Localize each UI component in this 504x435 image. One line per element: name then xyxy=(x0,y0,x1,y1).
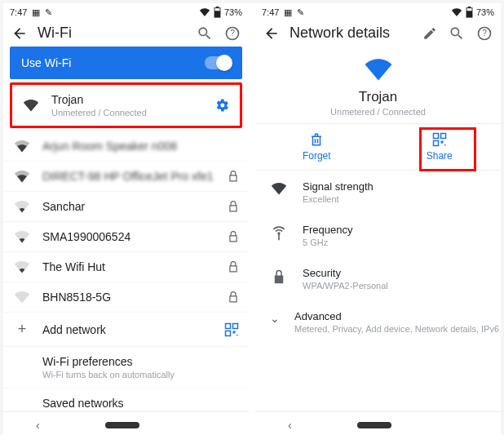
highlight-share-button xyxy=(419,127,476,171)
wifi-status-icon xyxy=(451,8,462,16)
nav-home-pill[interactable] xyxy=(105,422,139,428)
battery-text: 73% xyxy=(476,7,494,17)
advanced-label: Advanced xyxy=(294,310,501,322)
wifi-network-list: Trojan Unmetered / Connected Arjun Room … xyxy=(3,79,249,411)
prefs-sub: Wi-Fi turns back on automatically xyxy=(42,370,239,380)
frequency-label: Frequency xyxy=(303,224,352,236)
nav-back-icon[interactable]: ‹ xyxy=(36,419,40,432)
svg-rect-7 xyxy=(226,331,231,335)
wifi-network-item[interactable]: BHN8518-5G xyxy=(3,282,249,313)
wifi-signal-icon xyxy=(13,200,31,213)
svg-rect-6 xyxy=(233,323,238,328)
help-icon[interactable]: ? xyxy=(224,25,241,42)
add-network-button[interactable]: + Add network xyxy=(3,313,249,347)
wifi-signal-icon xyxy=(22,99,40,112)
svg-rect-8 xyxy=(233,331,236,333)
saved-networks-label: Saved networks xyxy=(42,397,239,410)
wifi-signal-icon xyxy=(13,170,31,183)
page-title: Network details xyxy=(290,24,413,42)
phone-wifi-list: 7:47 ▦ ✎ 73% Wi-Fi xyxy=(3,3,249,435)
prefs-title: Wi-Fi preferences xyxy=(42,355,239,368)
svg-rect-1 xyxy=(214,11,220,17)
help-icon[interactable]: ? xyxy=(476,25,493,42)
nav-bar: ‹ xyxy=(3,411,249,435)
network-name: Trojan xyxy=(51,93,202,106)
nav-back-icon[interactable]: ‹ xyxy=(288,419,292,432)
network-name: BHN8518-5G xyxy=(42,291,216,304)
network-status: Unmetered / Connected xyxy=(255,107,501,117)
frequency-row: Frequency 5 GHz xyxy=(255,214,501,257)
wifi-network-item[interactable]: SMA1990006524 xyxy=(3,222,249,252)
status-time: 7:47 xyxy=(262,7,279,17)
search-icon[interactable] xyxy=(449,25,465,42)
network-actions: Forget Share xyxy=(255,123,501,171)
lock-icon xyxy=(228,260,239,273)
pen-icon: ✎ xyxy=(297,7,304,18)
photo-icon: ▦ xyxy=(32,7,40,18)
wifi-signal-icon xyxy=(270,180,288,195)
security-label: Security xyxy=(303,267,388,279)
network-name: Sanchar xyxy=(42,200,216,213)
plus-icon: + xyxy=(13,321,31,338)
wifi-network-item[interactable]: Sanchar xyxy=(3,192,249,222)
security-value: WPA/WPA2-Personal xyxy=(303,281,388,291)
wifi-network-item[interactable]: Arjun Room Speaker n008 xyxy=(3,131,249,162)
saved-networks[interactable]: Saved networks xyxy=(3,388,249,411)
svg-rect-9 xyxy=(237,335,238,336)
network-details-list: Signal strength Excellent Frequency 5 GH… xyxy=(255,171,501,411)
network-status: Unmetered / Connected xyxy=(51,108,202,118)
lock-icon xyxy=(270,267,288,285)
wifi-status-icon xyxy=(199,8,210,16)
back-icon[interactable] xyxy=(11,25,28,42)
status-bar: 7:47 ▦ ✎ 73% xyxy=(3,3,249,20)
forget-button[interactable]: Forget xyxy=(255,132,378,162)
wifi-network-item[interactable]: DIRECT-98 HP OfficeJet Pro xfe1 xyxy=(3,162,249,192)
wifi-signal-icon xyxy=(13,291,31,304)
signal-label: Signal strength xyxy=(303,180,374,193)
wifi-network-item[interactable]: The Wifi Hut xyxy=(3,252,249,282)
battery-icon xyxy=(214,7,221,18)
gear-icon[interactable] xyxy=(214,97,230,113)
lock-icon xyxy=(228,291,239,304)
svg-rect-5 xyxy=(226,323,231,328)
back-icon[interactable] xyxy=(263,25,280,42)
wifi-large-icon xyxy=(364,58,393,81)
phone-network-details: 7:47 ▦ ✎ 73% Network details xyxy=(255,3,501,435)
status-bar: 7:47 ▦ ✎ 73% xyxy=(255,3,501,20)
wifi-signal-icon xyxy=(13,140,31,153)
highlight-connected-network: Trojan Unmetered / Connected xyxy=(10,82,242,128)
svg-rect-12 xyxy=(468,7,471,8)
app-bar: Wi-Fi ? xyxy=(3,20,249,47)
page-title: Wi-Fi xyxy=(38,24,187,42)
network-name: DIRECT-98 HP OfficeJet Pro xfe1 xyxy=(42,170,216,183)
pen-icon: ✎ xyxy=(45,7,52,18)
svg-point-20 xyxy=(277,232,280,234)
svg-text:?: ? xyxy=(482,29,487,38)
toggle-switch[interactable] xyxy=(205,56,231,69)
advanced-row[interactable]: ⌄ Advanced Metered, Privacy, Add device,… xyxy=(255,300,501,344)
search-icon[interactable] xyxy=(197,25,213,42)
svg-rect-2 xyxy=(216,7,219,8)
use-wifi-toggle[interactable]: Use Wi-Fi xyxy=(10,47,242,79)
frequency-value: 5 GHz xyxy=(303,237,352,247)
svg-text:?: ? xyxy=(230,29,235,38)
wifi-preferences[interactable]: Wi-Fi preferences Wi-Fi turns back on au… xyxy=(3,347,249,388)
battery-icon xyxy=(466,7,473,18)
lock-icon xyxy=(228,170,239,183)
qr-icon[interactable] xyxy=(224,322,239,337)
add-network-label: Add network xyxy=(42,323,213,336)
chevron-down-icon: ⌄ xyxy=(270,310,280,325)
network-summary: Trojan Unmetered / Connected xyxy=(255,47,501,123)
network-name: SMA1990006524 xyxy=(42,230,216,243)
nav-home-pill[interactable] xyxy=(357,422,391,428)
forget-label: Forget xyxy=(303,150,331,162)
wifi-signal-icon xyxy=(13,230,31,243)
use-wifi-label: Use Wi-Fi xyxy=(21,56,71,69)
network-name: The Wifi Hut xyxy=(42,260,216,273)
network-name: Trojan xyxy=(255,89,501,105)
edit-icon[interactable] xyxy=(422,26,437,41)
wifi-signal-icon xyxy=(13,260,31,273)
status-time: 7:47 xyxy=(10,7,27,17)
antenna-icon xyxy=(270,224,288,242)
wifi-network-connected[interactable]: Trojan Unmetered / Connected xyxy=(12,85,240,126)
